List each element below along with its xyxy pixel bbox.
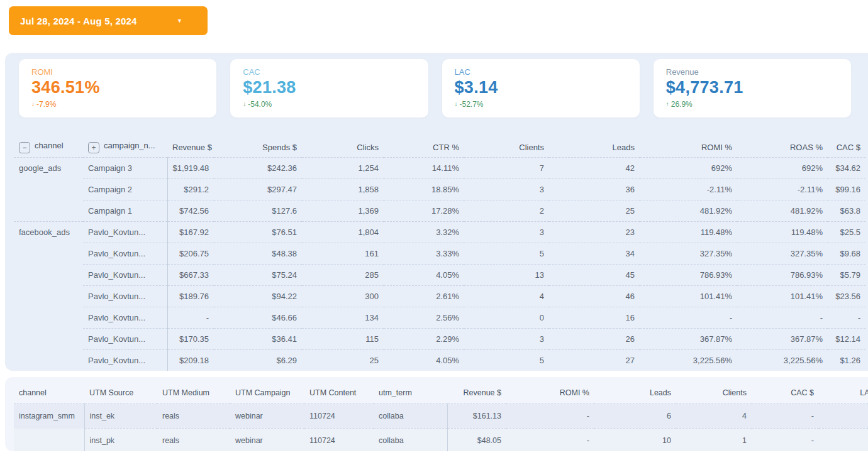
cell: 10 — [594, 429, 676, 452]
cell: 27 — [549, 350, 640, 371]
cell: 2.56% — [384, 307, 464, 329]
kpi-value: 346.51% — [31, 78, 204, 97]
cell: 3,225.56% — [640, 350, 737, 371]
cell: 1,804 — [302, 222, 384, 243]
cell: 367.87% — [737, 329, 828, 350]
cell: $742.56 — [167, 200, 214, 222]
column-header-utm-source[interactable]: UTM Source — [84, 382, 157, 404]
cell: 3.33% — [384, 243, 464, 265]
column-header-revenue[interactable]: Revenue $ — [167, 137, 214, 158]
column-label: ROMI % — [560, 388, 589, 397]
cell: 4 — [464, 286, 549, 307]
cell-channel: google_ads — [14, 158, 83, 179]
cell: $291.2 — [167, 179, 214, 200]
column-header-utm-term[interactable]: utm_term — [374, 382, 447, 404]
column-header-lac[interactable]: LAC $ — [819, 382, 868, 404]
column-label: Clients — [723, 388, 747, 397]
cell: 25 — [302, 350, 384, 371]
column-header-channel[interactable]: channel — [14, 382, 84, 404]
table-row: Pavlo_Kovtun...$209.18$6.29254.05%5273,2… — [14, 350, 865, 371]
column-header-revenue[interactable]: Revenue $ — [447, 382, 506, 404]
column-header-clicks[interactable]: Clicks — [302, 137, 384, 158]
column-header-roas[interactable]: ROAS % — [737, 137, 828, 158]
cell: 119.48% — [640, 222, 737, 243]
cell: 2.61% — [384, 286, 464, 307]
column-header-utm-campaign[interactable]: UTM Campaign — [230, 382, 304, 404]
cell: $127.6 — [214, 200, 302, 222]
cell: 36 — [549, 179, 640, 200]
kpi-delta: ↓-54.0% — [243, 100, 415, 109]
cell: - — [828, 307, 865, 329]
cell: 4 — [676, 404, 752, 429]
date-range-picker[interactable]: Jul 28, 2024 - Aug 5, 2024 ▼ — [9, 6, 208, 35]
cell: $167.92 — [167, 222, 214, 243]
kpi-delta: ↓-7.9% — [31, 100, 204, 109]
cell: Pavlo_Kovtun... — [83, 307, 167, 329]
column-header-cac[interactable]: CAC $ — [752, 382, 819, 404]
cell: $63.8 — [828, 200, 865, 222]
column-header-leads[interactable]: Leads — [549, 137, 640, 158]
kpi-cards-row: ROMI346.51%↓-7.9%CAC$21.38↓-54.0%LAC$3.1… — [5, 53, 868, 118]
cell: $46.66 — [214, 307, 302, 329]
column-header-spends[interactable]: Spends $ — [214, 137, 302, 158]
cell: 4.05% — [384, 350, 464, 371]
column-header-utm-medium[interactable]: UTM Medium — [157, 382, 230, 404]
cell: - — [737, 307, 828, 329]
kpi-card-cac: CAC$21.38↓-54.0% — [230, 59, 428, 118]
column-header-channel[interactable]: −channel — [14, 137, 83, 158]
column-header-cac[interactable]: CAC $ — [828, 137, 865, 158]
cell: 42 — [549, 158, 640, 179]
cell: $12.14 — [828, 329, 865, 350]
cell: Pavlo_Kovtun... — [83, 222, 167, 243]
column-label: CAC $ — [791, 388, 814, 397]
cell: 26 — [549, 329, 640, 350]
cell: 1 — [676, 429, 752, 452]
expand-icon[interactable]: + — [88, 142, 99, 153]
cell: $48.38 — [214, 243, 302, 265]
column-label: Leads — [650, 388, 671, 397]
cell: 6 — [594, 404, 676, 429]
column-header-romi[interactable]: ROMI % — [506, 382, 594, 404]
cell: 45 — [549, 265, 640, 286]
kpi-value: $21.38 — [243, 78, 415, 97]
table-row: Pavlo_Kovtun...-$46.661342.56%016--- — [14, 307, 865, 329]
column-label: Clicks — [357, 143, 379, 152]
cell: 2.29% — [384, 329, 464, 350]
kpi-delta: ↓-52.7% — [455, 100, 627, 109]
table-row: Pavlo_Kovtun...$170.35$36.411152.29%3263… — [14, 329, 865, 350]
column-header-romi[interactable]: ROMI % — [640, 137, 737, 158]
cell: 327.35% — [737, 243, 828, 265]
cell: 3 — [464, 222, 549, 243]
kpi-value: $4,773.71 — [666, 78, 838, 97]
cell: reals — [157, 429, 230, 452]
column-header-utm-content[interactable]: UTM Content — [304, 382, 374, 404]
column-header-leads[interactable]: Leads — [594, 382, 676, 404]
column-header-campaign-n[interactable]: +campaign_n... — [83, 137, 167, 158]
cell: 0 — [464, 307, 549, 329]
kpi-label: CAC — [243, 67, 415, 77]
kpi-delta-value: -52.7% — [460, 100, 484, 109]
cell-channel — [14, 286, 83, 307]
column-label: Revenue $ — [172, 143, 212, 152]
kpi-card-lac: LAC$3.14↓-52.7% — [442, 59, 640, 118]
cell-channel — [14, 307, 83, 329]
column-header-clients[interactable]: Clients — [676, 382, 752, 404]
cell: collaba — [374, 429, 447, 452]
column-label: UTM Content — [309, 388, 356, 397]
cell: 18.85% — [384, 179, 464, 200]
column-header-clients[interactable]: Clients — [464, 137, 549, 158]
cell: 3 — [464, 179, 549, 200]
cell: $99.16 — [828, 179, 865, 200]
up-arrow-icon: ↑ — [666, 101, 669, 107]
cell: - — [640, 307, 737, 329]
cell: 7 — [464, 158, 549, 179]
cell: 134 — [302, 307, 384, 329]
cell: 5 — [464, 350, 549, 371]
table-row: Pavlo_Kovtun...$189.76$94.223002.61%4461… — [14, 286, 865, 307]
collapse-icon[interactable]: − — [19, 142, 30, 153]
cell: $48.05 — [447, 429, 506, 452]
cell: -2.11% — [737, 179, 828, 200]
column-header-ctr[interactable]: CTR % — [384, 137, 464, 158]
cell: 115 — [302, 329, 384, 350]
cell: Pavlo_Kovtun... — [83, 243, 167, 265]
